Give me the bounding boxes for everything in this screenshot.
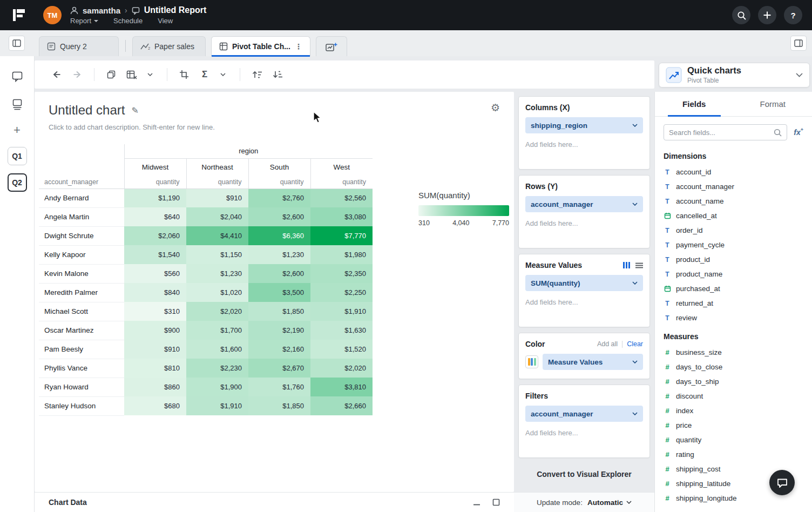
field-item-measure[interactable]: #price: [664, 418, 803, 433]
chart-title[interactable]: Untitled chart: [49, 103, 125, 118]
dimensions-section-title: Dimensions: [664, 152, 803, 160]
field-item-measure[interactable]: #business_size: [664, 345, 803, 360]
chart-data-label[interactable]: Chart Data: [49, 498, 87, 507]
menu-schedule[interactable]: Schedule: [113, 17, 143, 25]
chart-settings-icon[interactable]: ⚙: [491, 102, 500, 114]
support-chat-button[interactable]: [769, 470, 795, 495]
edit-title-icon[interactable]: ✎: [131, 105, 138, 116]
text-type-icon: T: [664, 256, 671, 264]
columns-x-pill[interactable]: shipping_region: [525, 117, 643, 133]
field-item-measure[interactable]: #days_to_ship: [664, 374, 803, 389]
add-all-link[interactable]: Add all: [597, 340, 618, 348]
field-item-dimension[interactable]: Tproduct_id: [664, 252, 803, 267]
tab-pivot-table[interactable]: Pivot Table Ch... ⋮: [211, 36, 310, 56]
pivot-column-header[interactable]: South: [248, 158, 310, 176]
sort-ascending-button[interactable]: [247, 65, 267, 84]
chart-config-panel: Columns (X) shipping_region Add fields h…: [514, 92, 654, 492]
maximize-icon[interactable]: [492, 498, 500, 506]
field-item-measure[interactable]: #days_to_close: [664, 360, 803, 374]
tab-query-2[interactable]: Query 2: [39, 36, 119, 56]
color-swatch-icon[interactable]: [525, 355, 538, 368]
measure-values-pill[interactable]: SUM(quantity): [525, 275, 643, 291]
list-layout-icon[interactable]: [635, 262, 643, 268]
number-type-icon: #: [664, 392, 671, 400]
expand-right-panel-button[interactable]: [790, 36, 807, 51]
pivot-value-cell: $3,810: [310, 378, 373, 396]
report-view-icon[interactable]: [9, 68, 26, 84]
field-item-dimension[interactable]: Taccount_manager: [664, 179, 803, 194]
filters-pill[interactable]: account_manager: [525, 406, 643, 422]
field-item-dimension[interactable]: Taccount_name: [664, 194, 803, 208]
field-item-measure[interactable]: #quantity: [664, 433, 803, 447]
search-button[interactable]: [732, 6, 750, 24]
tab-menu-icon[interactable]: ⋮: [295, 42, 302, 51]
formula-field-button[interactable]: fx+: [794, 128, 803, 137]
field-label: shipping_longitude: [676, 494, 737, 502]
redo-button[interactable]: [67, 65, 87, 84]
expand-left-panel-button[interactable]: [9, 36, 25, 51]
field-label: review: [676, 314, 697, 322]
tab-paper-sales[interactable]: 2 Paper sales: [132, 36, 206, 56]
breadcrumb: samantha › Untitled Report Report Schedu…: [70, 5, 206, 25]
quick-charts-selector[interactable]: Quick charts Pivot Table: [659, 63, 810, 87]
chart-description-placeholder[interactable]: Click to add chart description. Shift-en…: [49, 123, 500, 131]
pivot-table: region MidwestNortheastSouthWest account…: [39, 144, 373, 416]
field-item-dimension[interactable]: cancelled_at: [664, 208, 803, 223]
field-item-measure[interactable]: #rating: [664, 447, 803, 462]
duplicate-chart-button[interactable]: [101, 65, 121, 84]
undo-button[interactable]: [46, 65, 67, 84]
pivot-column-header[interactable]: Midwest: [124, 158, 186, 176]
breadcrumb-user[interactable]: samantha: [83, 6, 120, 15]
columns-layout-icon[interactable]: [623, 262, 630, 268]
menu-view[interactable]: View: [158, 17, 173, 25]
field-item-measure[interactable]: #index: [664, 403, 803, 418]
tab-fields[interactable]: Fields: [655, 92, 734, 116]
aggregate-dropdown[interactable]: [213, 65, 233, 84]
field-item-dimension[interactable]: Taccount_id: [664, 165, 803, 179]
field-item-dimension[interactable]: Tpayment_cycle: [664, 238, 803, 252]
remove-table-dropdown[interactable]: [140, 65, 160, 84]
avatar[interactable]: TM: [43, 6, 62, 24]
field-item-dimension[interactable]: Torder_id: [664, 223, 803, 238]
add-button[interactable]: [758, 6, 776, 24]
number-type-icon: #: [664, 465, 671, 473]
pivot-row-header: account_manager: [39, 176, 124, 188]
add-query-button[interactable]: +: [13, 124, 21, 136]
pivot-row-label: Ryan Howard: [39, 378, 124, 396]
clear-link[interactable]: Clear: [627, 340, 643, 348]
app-logo[interactable]: [10, 6, 28, 24]
dimensions-list: Taccount_idTaccount_managerTaccount_name…: [664, 165, 803, 325]
new-chart-tab-button[interactable]: [316, 36, 347, 56]
rows-y-title: Rows (Y): [525, 182, 558, 191]
field-item-measure[interactable]: #discount: [664, 389, 803, 403]
pivot-column-header[interactable]: Northeast: [186, 158, 248, 176]
remove-table-button[interactable]: [121, 65, 142, 84]
field-label: order_id: [676, 226, 703, 234]
pivot-column-header[interactable]: West: [310, 158, 373, 176]
query-badge-q2[interactable]: Q2: [8, 173, 27, 192]
search-fields-box[interactable]: [664, 124, 787, 140]
search-fields-input[interactable]: [669, 129, 774, 137]
query-badge-q1[interactable]: Q1: [8, 147, 27, 165]
update-mode-selector[interactable]: Automatic: [587, 498, 632, 507]
field-label: account_manager: [676, 183, 734, 191]
field-item-dimension[interactable]: purchased_at: [664, 281, 803, 296]
aggregate-button[interactable]: Σ: [194, 65, 215, 84]
top-bar: TM samantha › Untitled Report Report Sch…: [0, 0, 812, 30]
datasets-icon[interactable]: [9, 96, 26, 112]
minimize-icon[interactable]: [473, 498, 481, 506]
breadcrumb-report-title[interactable]: Untitled Report: [144, 5, 207, 15]
help-button[interactable]: ?: [784, 6, 802, 24]
convert-to-visual-explorer-link[interactable]: Convert to Visual Explorer: [518, 470, 650, 479]
tab-format[interactable]: Format: [734, 92, 812, 116]
field-item-dimension[interactable]: Tproduct_name: [664, 267, 803, 281]
sort-descending-button[interactable]: [267, 65, 288, 84]
field-label: shipping_latitude: [676, 480, 730, 488]
field-item-dimension[interactable]: Treview: [664, 311, 803, 325]
rows-y-pill[interactable]: account_manager: [525, 196, 643, 212]
swap-axes-button[interactable]: [174, 65, 194, 84]
menu-report[interactable]: Report: [70, 17, 98, 25]
field-item-dimension[interactable]: Treturned_at: [664, 296, 803, 311]
measure-values-title: Measure Values: [525, 261, 582, 270]
color-pill[interactable]: Measure Values: [543, 354, 643, 370]
